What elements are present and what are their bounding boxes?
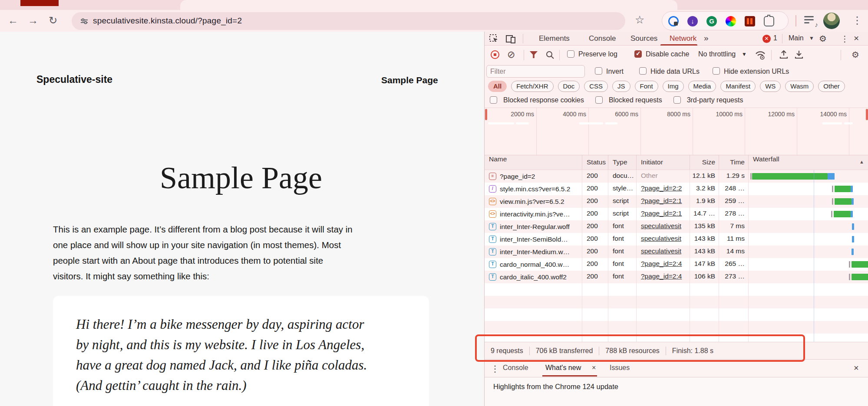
inspect-element-icon[interactable] — [489, 34, 499, 44]
more-tabs-icon[interactable]: » — [704, 33, 709, 43]
filter-chip-font[interactable]: Font — [635, 81, 658, 92]
bookmark-star-icon[interactable]: ☆ — [635, 13, 644, 26]
column-header-status[interactable]: Status — [582, 155, 608, 170]
devtools-settings-icon[interactable]: ⚙ — [819, 33, 827, 44]
column-header-name[interactable]: Name — [485, 155, 582, 170]
request-initiator[interactable]: ?page_id=2:1 — [641, 210, 682, 217]
request-row[interactable]: <>interactivity.min.js?ve…200script?page… — [485, 208, 868, 220]
url-text[interactable]: speculativesite.kinsta.cloud/?page_id=2 — [93, 16, 242, 26]
filter-funnel-icon[interactable] — [530, 51, 538, 58]
filter-input[interactable] — [486, 65, 585, 78]
invert-checkbox[interactable] — [595, 67, 602, 75]
device-toolbar-icon[interactable] — [505, 34, 516, 44]
filter-chip-manifest[interactable]: Manifest — [720, 81, 756, 92]
request-initiator[interactable]: ?page_id=2:2 — [641, 184, 682, 192]
checkbox-3rd-party-requests[interactable]: 3rd-party requests — [673, 96, 743, 104]
record-network-log-button[interactable] — [491, 50, 499, 59]
invert-label[interactable]: Invert — [606, 68, 624, 75]
preserve-log-checkbox[interactable] — [567, 50, 574, 58]
profile-avatar[interactable] — [823, 13, 840, 29]
throttling-select[interactable]: No throttling — [698, 50, 736, 58]
filter-chip-all[interactable]: All — [488, 81, 507, 92]
request-row[interactable]: Tinter_Inter-Medium.w…200fontspeculative… — [485, 246, 868, 258]
address-bar[interactable]: speculativesite.kinsta.cloud/?page_id=2 — [72, 12, 625, 30]
tab-sources[interactable]: Sources — [630, 34, 657, 43]
privacy-extension-icon[interactable] — [668, 16, 679, 26]
request-row[interactable]: Tcardo_italic_400.woff2200font?page_id=2… — [485, 271, 868, 283]
active-tab[interactable] — [180, 0, 677, 10]
network-conditions-icon[interactable] — [755, 50, 766, 60]
checkbox-box[interactable] — [673, 96, 681, 104]
drawer-tab-issues[interactable]: Issues — [610, 364, 630, 372]
drawer-close-icon[interactable]: × — [854, 363, 859, 373]
request-initiator[interactable]: speculativesit — [641, 247, 681, 255]
column-header-waterfall[interactable]: Waterfall▲ — [749, 155, 868, 170]
disable-cache-label[interactable]: Disable cache — [646, 50, 690, 58]
request-initiator[interactable]: speculativesit — [641, 235, 681, 242]
filter-chip-doc[interactable]: Doc — [558, 81, 580, 92]
sort-arrow-icon[interactable]: ▲ — [859, 159, 864, 164]
disable-cache-checkbox[interactable] — [634, 50, 642, 58]
hide-data-urls-checkbox[interactable] — [639, 67, 647, 75]
column-header-initiator[interactable]: Initiator — [637, 155, 690, 170]
request-row[interactable]: Tinter_Inter-SemiBold…200fontspeculative… — [485, 233, 868, 246]
export-har-icon[interactable] — [794, 50, 804, 59]
request-initiator[interactable]: ?page_id=2:1 — [641, 197, 682, 204]
filter-chip-ws[interactable]: WS — [760, 81, 781, 92]
forward-button[interactable]: → — [28, 15, 38, 26]
target-selector[interactable]: Main — [789, 34, 804, 42]
filter-chip-js[interactable]: JS — [612, 81, 630, 92]
back-button[interactable]: ← — [8, 15, 18, 26]
request-initiator[interactable]: speculativesit — [641, 222, 681, 229]
hide-data-urls-label[interactable]: Hide data URLs — [650, 68, 700, 75]
hide-extension-urls-label[interactable]: Hide extension URLs — [724, 68, 789, 75]
checkbox-box[interactable] — [595, 96, 603, 104]
error-badge-icon[interactable]: ✕ — [762, 35, 771, 43]
checkbox-box[interactable] — [490, 96, 497, 104]
nav-link-sample-page[interactable]: Sample Page — [381, 75, 438, 85]
filter-chip-media[interactable]: Media — [688, 81, 716, 92]
checkbox-blocked-requests[interactable]: Blocked requests — [595, 96, 662, 104]
devtools-close-icon[interactable]: × — [854, 33, 859, 43]
site-title[interactable]: Speculative-site — [36, 74, 112, 85]
browser-menu-icon[interactable]: ⋮ — [852, 14, 862, 26]
grammarly-extension-icon[interactable]: G — [706, 16, 717, 26]
preserve-log-label[interactable]: Preserve log — [578, 50, 617, 58]
filter-chip-fetchxhr[interactable]: Fetch/XHR — [511, 81, 553, 92]
blocker-extension-icon[interactable] — [745, 16, 755, 26]
request-row[interactable]: <>view.min.js?ver=6.5.2200script?page_id… — [485, 195, 868, 208]
column-header-type[interactable]: Type — [608, 155, 637, 170]
request-row[interactable]: Tinter_Inter-Regular.woff200fontspeculat… — [485, 220, 868, 233]
drawer-tab-whats-new[interactable]: What's new — [545, 364, 581, 372]
drawer-tab-console[interactable]: Console — [503, 364, 528, 372]
column-header-size[interactable]: Size — [690, 155, 719, 170]
site-settings-icon[interactable] — [79, 16, 89, 26]
colorpicker-extension-icon[interactable] — [726, 16, 736, 26]
clear-network-log-icon[interactable]: ⊘ — [507, 49, 515, 60]
filter-chip-other[interactable]: Other — [818, 81, 845, 92]
drawer-menu-icon[interactable]: ⋮ — [491, 363, 499, 374]
search-icon[interactable] — [545, 50, 554, 59]
timeline-overview[interactable]: 2000 ms4000 ms6000 ms8000 ms10000 ms1200… — [485, 108, 868, 155]
request-row[interactable]: ≡?page_id=2200docu…Other12.1 kB1.29 s — [485, 170, 868, 183]
background-tab[interactable] — [20, 0, 59, 6]
media-queue-icon[interactable]: ♪ — [804, 15, 817, 26]
filter-chip-wasm[interactable]: Wasm — [785, 81, 814, 92]
checkbox-blocked-response-cookies[interactable]: Blocked response cookies — [490, 96, 584, 104]
timeline-left-handle[interactable] — [485, 109, 487, 120]
timeline-right-handle[interactable] — [866, 109, 868, 120]
drawer-tab-close-icon[interactable]: × — [592, 364, 596, 372]
filter-chip-img[interactable]: Img — [663, 81, 684, 92]
network-settings-icon[interactable]: ⚙ — [851, 49, 859, 60]
tab-elements[interactable]: Elements — [539, 34, 570, 43]
hide-extension-urls-checkbox[interactable] — [713, 67, 720, 75]
request-initiator[interactable]: ?page_id=2:4 — [641, 260, 682, 267]
extensions-menu-icon[interactable] — [764, 16, 774, 26]
filter-chip-css[interactable]: CSS — [584, 81, 608, 92]
request-row[interactable]: /style.min.css?ver=6.5.2200style…?page_i… — [485, 183, 868, 195]
tab-network[interactable]: Network — [670, 34, 696, 43]
tab-console[interactable]: Console — [589, 34, 616, 43]
import-har-icon[interactable] — [779, 50, 789, 59]
request-initiator[interactable]: ?page_id=2:4 — [641, 272, 682, 280]
request-row[interactable]: Tcardo_normal_400.w…200font?page_id=2:41… — [485, 258, 868, 271]
